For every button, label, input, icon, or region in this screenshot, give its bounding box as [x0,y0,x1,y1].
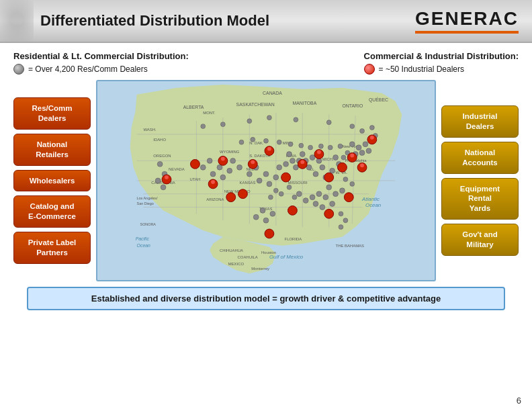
svg-point-84 [340,188,345,193]
left-buttons: Res/CommDealers NationalRetailers Wholes… [13,80,91,281]
svg-text:Houston: Houston [261,250,276,255]
svg-point-99 [155,178,161,183]
svg-point-174 [360,163,364,167]
svg-point-83 [333,191,339,197]
svg-point-138 [292,195,297,199]
svg-point-126 [239,140,244,144]
svg-text:CANADA: CANADA [263,91,282,95]
svg-point-114 [273,175,279,180]
svg-point-72 [293,165,298,170]
map-area: Res/CommDealers NationalRetailers Wholes… [13,80,519,281]
svg-point-167 [211,180,215,184]
svg-text:Ocean: Ocean [137,243,150,248]
svg-text:THE BAHAMAS: THE BAHAMAS [336,244,364,248]
svg-point-90 [320,205,325,210]
svg-text:ARIZONA: ARIZONA [206,197,224,201]
svg-point-125 [201,124,206,129]
svg-point-145 [339,225,343,230]
svg-text:Gulf of Mexico: Gulf of Mexico [269,254,304,260]
svg-point-131 [299,143,304,148]
svg-point-75 [287,152,292,157]
svg-text:San Diego: San Diego [137,201,154,205]
right-buttons: IndustrialDealers NationalAccounts Equip… [441,80,519,281]
svg-point-120 [350,124,355,129]
btn-wholesalers[interactable]: Wholesalers [13,170,91,192]
svg-text:ALBERTA: ALBERTA [183,105,204,109]
btn-private-label[interactable]: Private LabelPartners [13,232,91,264]
svg-point-136 [287,185,292,189]
btn-national-accounts[interactable]: NationalAccounts [441,142,519,174]
svg-text:MANITOBA: MANITOBA [292,101,316,105]
svg-point-134 [328,145,332,150]
svg-text:MEXICO: MEXICO [228,262,245,266]
svg-text:Atlantic: Atlantic [361,196,380,202]
svg-point-65 [341,155,346,160]
page-title: Differentiated Distribution Model [13,12,269,30]
svg-point-94 [270,211,275,216]
svg-point-130 [288,142,293,146]
svg-point-108 [237,165,242,170]
svg-point-96 [263,218,269,223]
svg-point-175 [370,136,374,140]
map-container: Gulf of Mexico Atlantic Ocean Pacific Oc… [96,80,436,281]
svg-point-93 [260,208,265,213]
svg-point-160 [324,209,334,218]
svg-point-111 [257,178,262,183]
svg-text:MONT.: MONT. [203,111,216,115]
svg-text:FLORIDA: FLORIDA [285,237,302,241]
legend-row: Residential & Lt. Commercial Distributio… [13,51,519,75]
svg-point-173 [350,154,354,158]
svg-text:Monterrey: Monterrey [251,267,269,271]
svg-point-132 [308,145,313,150]
legend-right: Commercial & Industrial Distribution: = … [364,51,519,75]
svg-point-151 [281,173,291,182]
svg-point-81 [333,155,339,161]
svg-point-158 [344,193,353,202]
svg-point-97 [157,161,163,167]
btn-national-retailers[interactable]: NationalRetailers [13,134,91,166]
svg-point-61 [363,142,368,147]
legend-right-text: = ~50 Industrial Dealers [379,64,464,74]
svg-point-169 [251,160,255,164]
svg-point-144 [343,218,348,223]
slide-number: 6 [517,396,521,406]
svg-point-62 [366,148,371,154]
btn-catalog-ecommerce[interactable]: Catalog andE-Commerce [13,195,91,228]
svg-text:COAHUILA: COAHUILA [238,255,258,259]
svg-point-116 [247,119,252,124]
svg-point-133 [318,144,323,148]
svg-point-119 [326,120,331,125]
svg-point-91 [330,201,335,207]
svg-text:CHIHUAHUA: CHIHUAHUA [220,248,243,253]
svg-point-124 [220,122,225,127]
svg-point-103 [217,165,222,170]
svg-point-59 [359,150,365,156]
svg-point-77 [313,171,318,177]
svg-point-166 [165,175,169,179]
svg-point-135 [338,144,343,148]
svg-point-101 [200,165,206,170]
svg-point-155 [338,163,347,172]
logo-underline [415,31,519,34]
svg-point-121 [360,129,365,134]
svg-point-58 [356,145,361,150]
btn-govt-military[interactable]: Gov't andMilitary [441,224,519,256]
svg-point-95 [253,214,259,220]
svg-point-76 [283,161,289,167]
svg-point-165 [226,193,236,202]
btn-industrial-dealers[interactable]: IndustrialDealers [441,105,519,138]
svg-point-87 [310,195,315,200]
svg-point-89 [313,201,318,207]
red-dot-icon [364,64,375,75]
legend-left-text: = Over 4,200 Res/Comm Dealers [28,64,148,74]
btn-equipment-rental[interactable]: EquipmentRentalYards [441,178,519,220]
map-svg: Gulf of Mexico Atlantic Ocean Pacific Oc… [97,81,435,280]
logo: GENERAC [415,8,519,34]
svg-text:QUÉBEC: QUÉBEC [369,97,388,103]
svg-point-85 [323,195,328,200]
svg-text:OREGON: OREGON [153,154,171,158]
logo-text: GENERAC [415,8,519,30]
btn-res-comm[interactable]: Res/CommDealers [13,97,91,130]
svg-point-172 [317,150,321,154]
svg-text:SASKATCHEWAN: SASKATCHEWAN [236,102,275,107]
